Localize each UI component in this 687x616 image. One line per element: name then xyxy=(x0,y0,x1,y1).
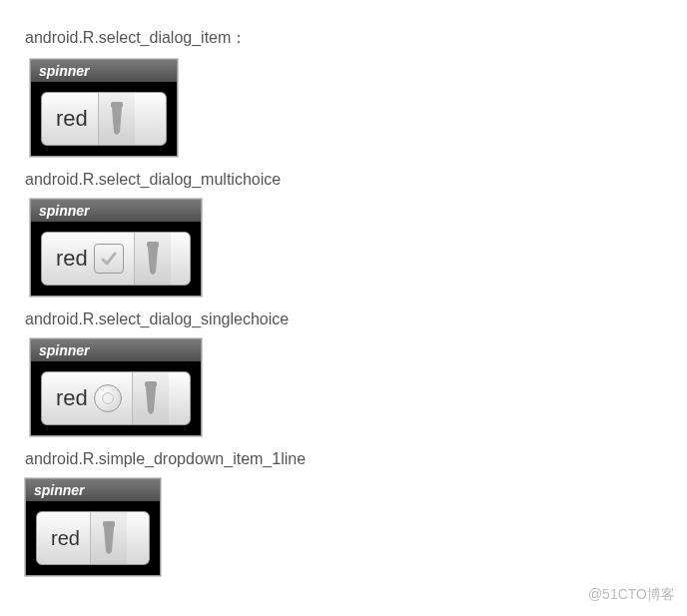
spinner-title: spinner xyxy=(26,479,160,501)
watermark: @51CTO博客 xyxy=(588,586,675,604)
spinner-thumb-icon xyxy=(145,242,161,276)
spinner-body: red xyxy=(31,222,201,296)
spinner-value: red xyxy=(56,106,88,132)
checkbox-icon xyxy=(94,244,124,274)
spinner-thumb-icon xyxy=(143,381,159,415)
caption-dropdown1line: android.R.simple_dropdown_item_1line xyxy=(25,450,687,468)
svg-rect-1 xyxy=(147,242,159,248)
caption-select-dialog-item: android.R.select_dialog_item： xyxy=(25,28,687,49)
spinner-thumb-icon xyxy=(109,102,125,136)
caption-singlechoice: android.R.select_dialog_singlechoice xyxy=(25,310,687,328)
example-dropdown1line: spinner red xyxy=(25,478,687,576)
spinner-control[interactable]: red xyxy=(41,92,167,146)
spinner-control[interactable]: red xyxy=(36,511,150,565)
spinner-handle[interactable] xyxy=(91,512,127,564)
spinner-control[interactable]: red xyxy=(41,232,191,286)
spinner-value: red xyxy=(56,385,88,411)
spinner-title: spinner xyxy=(31,60,177,82)
spinner-body: red xyxy=(26,501,160,575)
spinner-body: red xyxy=(31,361,201,435)
spinner-window: spinner red xyxy=(30,338,202,436)
svg-rect-0 xyxy=(111,102,123,108)
spinner-thumb-icon xyxy=(101,521,117,555)
spinner-value-wrap: red xyxy=(42,372,133,424)
spinner-value: red xyxy=(51,527,80,550)
radio-inner-icon xyxy=(102,392,114,404)
spinner-window: spinner red xyxy=(30,59,178,157)
spinner-handle[interactable] xyxy=(133,372,169,424)
spinner-window: spinner red xyxy=(30,199,202,297)
radio-icon xyxy=(94,384,122,412)
spinner-window: spinner red xyxy=(25,478,161,576)
spinner-handle[interactable] xyxy=(135,233,171,285)
spinner-value: red xyxy=(56,246,88,272)
example-singlechoice: spinner red xyxy=(30,338,687,436)
spinner-body: red xyxy=(31,82,177,156)
example-multichoice: spinner red xyxy=(30,199,687,297)
spinner-control[interactable]: red xyxy=(41,371,191,425)
spinner-title: spinner xyxy=(31,200,201,222)
spinner-value-wrap: red xyxy=(37,512,91,564)
svg-rect-3 xyxy=(103,521,115,527)
spinner-title: spinner xyxy=(31,339,201,361)
spinner-value-wrap: red xyxy=(42,93,99,145)
caption-multichoice: android.R.select_dialog_multichoice xyxy=(25,171,687,189)
spinner-handle[interactable] xyxy=(99,93,135,145)
spinner-value-wrap: red xyxy=(42,233,135,285)
example-item: spinner red xyxy=(30,59,687,157)
svg-rect-2 xyxy=(145,381,157,387)
